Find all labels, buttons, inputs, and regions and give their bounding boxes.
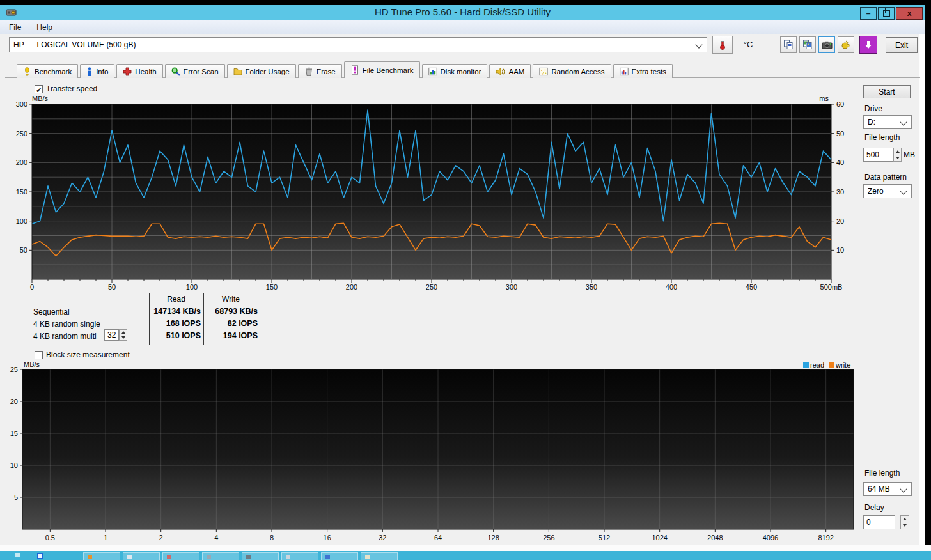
file-length-spinner[interactable] [893, 148, 902, 162]
taskbar-button[interactable] [83, 552, 120, 560]
tab-info[interactable]: Info [80, 64, 114, 78]
svg-text:1: 1 [104, 534, 107, 541]
taskbar-button[interactable] [162, 552, 199, 560]
svg-text:128: 128 [487, 534, 499, 541]
results-col-read: Read [149, 295, 203, 304]
taskbar-show-desktop-icon[interactable] [15, 553, 20, 557]
tab-label: Error Scan [184, 68, 219, 75]
restore-icon [883, 10, 890, 17]
tab-error-scan[interactable]: Error Scan [165, 64, 225, 78]
svg-text:450: 450 [746, 283, 757, 291]
drive-select-combo[interactable]: HP LOGICAL VOLUME (500 gB) [9, 37, 707, 52]
file-length-input[interactable]: 500 [863, 148, 893, 162]
svg-text:50: 50 [108, 283, 116, 291]
block-size-label: Block size measurement [46, 350, 130, 359]
window-title: HD Tune Pro 5.60 - Hard Disk/SSD Utility [0, 6, 925, 17]
spin-up-icon[interactable] [120, 330, 127, 335]
svg-text:512: 512 [598, 534, 610, 541]
data-pattern-label: Data pattern [864, 173, 907, 182]
svg-text:64: 64 [434, 534, 442, 541]
chevron-down-icon [900, 187, 907, 194]
spin-up-icon[interactable] [901, 516, 909, 522]
taskbar-button[interactable] [361, 552, 398, 560]
tab-folder-usage[interactable]: Folder Usage [227, 64, 296, 78]
data-pattern-combo[interactable]: Zero [863, 184, 912, 198]
svg-text:MB/s: MB/s [32, 95, 49, 102]
taskbar-button[interactable] [123, 552, 160, 560]
block-file-length-value: 64 MB [868, 485, 890, 494]
spin-up-icon[interactable] [894, 148, 901, 155]
taskbar-button[interactable] [202, 552, 239, 560]
copy-image-icon [802, 40, 813, 50]
tab-label: Disk monitor [441, 68, 481, 75]
taskbar[interactable] [0, 551, 931, 560]
start-label: Start [879, 88, 895, 97]
drive-label: Drive [864, 104, 882, 113]
tab-aam[interactable]: AAM [489, 64, 531, 78]
svg-text:50: 50 [836, 130, 844, 137]
temperature-readout: – °C [737, 40, 753, 49]
data-pattern-value: Zero [868, 187, 884, 196]
drive-combo[interactable]: D: [863, 115, 912, 129]
row-sequential-write: 68793 KB/s [205, 307, 258, 316]
taskbar-button[interactable] [321, 552, 358, 560]
spin-down-icon[interactable] [894, 155, 901, 161]
copy-image-button[interactable] [799, 36, 816, 53]
copy-text-button[interactable] [780, 36, 797, 53]
temperature-button[interactable] [712, 36, 733, 54]
start-button[interactable]: Start [863, 85, 911, 98]
svg-text:4096: 4096 [763, 534, 778, 541]
svg-text:ms: ms [819, 95, 829, 102]
gold-hand-icon [841, 40, 851, 50]
svg-text:300: 300 [506, 283, 517, 291]
transfer-speed-checkbox[interactable] [35, 85, 43, 93]
delay-input[interactable]: 0 [863, 515, 895, 529]
taskbar-button[interactable] [242, 552, 279, 560]
drive-select-value: HP LOGICAL VOLUME (500 gB) [13, 40, 136, 49]
screenshot-button[interactable] [818, 36, 835, 53]
restore-button[interactable] [878, 7, 895, 20]
close-button[interactable]: x [896, 7, 923, 20]
taskbar-button[interactable] [281, 552, 318, 560]
block-size-checkbox[interactable] [35, 351, 43, 359]
svg-text:0.5: 0.5 [45, 534, 55, 541]
row-random-multi-write: 194 IOPS [205, 331, 258, 340]
minimize-button[interactable]: – [860, 7, 877, 20]
tab-health[interactable]: Health [116, 64, 162, 78]
block-file-length-combo[interactable]: 64 MB [863, 482, 912, 496]
queue-depth-spinner[interactable] [119, 329, 127, 341]
close-icon: x [907, 9, 912, 18]
svg-text:150: 150 [16, 188, 27, 196]
tab-random-access[interactable]: Random Access [533, 64, 611, 78]
row-sequential-read: 147134 KB/s [151, 307, 201, 316]
svg-text:400: 400 [666, 283, 677, 291]
tab-extra-tests[interactable]: Extra tests [613, 64, 673, 78]
transfer-speed-label: Transfer speed [46, 84, 97, 93]
tab-file-benchmark[interactable]: File Benchmark [344, 61, 420, 78]
download-arrow-icon [863, 40, 873, 50]
spin-down-icon[interactable] [901, 522, 909, 529]
donate-hand-button[interactable] [838, 36, 854, 53]
menu-help[interactable]: Help [36, 23, 52, 32]
svg-text:8: 8 [270, 534, 274, 541]
svg-text:150: 150 [266, 283, 278, 291]
camera-icon [822, 40, 833, 50]
exit-button[interactable]: Exit [886, 37, 918, 53]
svg-text:200: 200 [16, 159, 27, 166]
delay-spinner[interactable] [900, 515, 909, 529]
tab-erase[interactable]: Erase [298, 64, 342, 78]
update-download-button[interactable] [859, 36, 877, 54]
svg-text:300: 300 [16, 100, 27, 108]
health-icon [123, 67, 132, 76]
delay-label: Delay [864, 503, 884, 512]
menu-file[interactable]: File [9, 23, 21, 32]
tab-benchmark[interactable]: Benchmark [17, 64, 78, 78]
queue-depth-input[interactable]: 32 [104, 329, 119, 341]
tab-label: Random Access [551, 68, 604, 75]
taskbar-start-icon[interactable] [37, 553, 43, 559]
svg-text:MB/s: MB/s [24, 361, 40, 368]
spin-down-icon[interactable] [120, 335, 127, 340]
tab-disk-monitor[interactable]: Disk monitor [422, 64, 488, 78]
svg-text:4: 4 [214, 534, 218, 541]
svg-text:25: 25 [10, 366, 18, 373]
